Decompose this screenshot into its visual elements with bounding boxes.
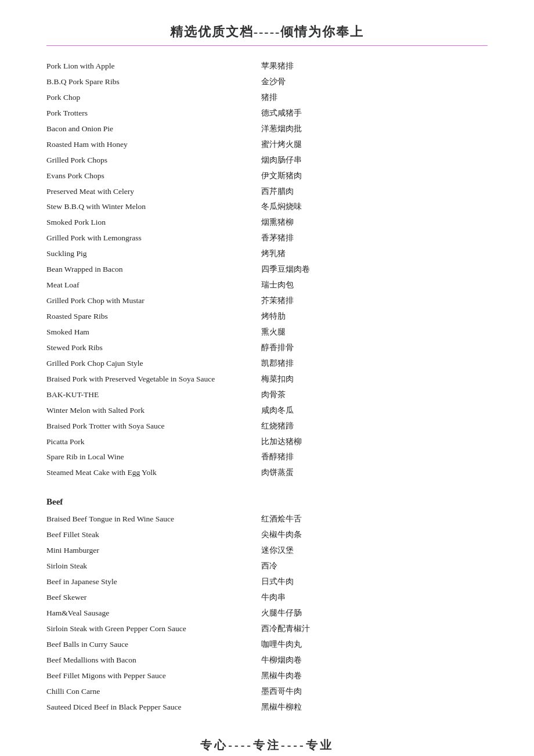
item-english: Roasted Spare Ribs xyxy=(46,310,255,323)
list-item: Smoked Pork Lion烟熏猪柳 xyxy=(46,216,488,229)
list-item: Beef in Japanese Style日式牛肉 xyxy=(46,575,488,589)
item-english: Beef Skewer xyxy=(46,591,255,604)
list-item: Beef Skewer牛肉串 xyxy=(46,591,488,604)
item-english: Beef Balls in Curry Sauce xyxy=(46,638,255,651)
item-english: Grilled Pork Chop with Mustar xyxy=(46,294,255,308)
item-english: B.B.Q Pork Spare Ribs xyxy=(46,75,255,89)
title-divider xyxy=(46,45,488,46)
item-english: Bean Wrapped in Bacon xyxy=(46,263,255,276)
item-english: Stew B.B.Q with Winter Melon xyxy=(46,200,255,214)
item-chinese: 日式牛肉 xyxy=(261,575,294,589)
item-english: Pork Trotters xyxy=(46,107,255,120)
list-item: Suckling Pig烤乳猪 xyxy=(46,247,488,261)
item-english: Chilli Con Carne xyxy=(46,685,255,699)
item-chinese: 德式咸猪手 xyxy=(261,107,302,120)
item-chinese: 黑椒牛肉卷 xyxy=(261,669,302,683)
item-english: Spare Rib in Local Wine xyxy=(46,451,255,464)
item-chinese: 墨西哥牛肉 xyxy=(261,685,302,699)
item-chinese: 香茅猪排 xyxy=(261,232,294,245)
item-chinese: 肉骨茶 xyxy=(261,388,286,402)
item-chinese: 芥茉猪排 xyxy=(261,294,294,308)
list-item: Grilled Pork Chop with Mustar芥茉猪排 xyxy=(46,294,488,308)
list-item: Grilled Pork Chops烟肉肠仔串 xyxy=(46,154,488,167)
list-item: Chilli Con Carne墨西哥牛肉 xyxy=(46,685,488,699)
item-chinese: 肉饼蒸蛋 xyxy=(261,466,294,480)
item-chinese: 香醇猪排 xyxy=(261,451,294,464)
list-item: Sirloin Steak with Green Pepper Corn Sau… xyxy=(46,622,488,636)
item-english: Evans Pork Chops xyxy=(46,170,255,183)
item-chinese: 西芹腊肉 xyxy=(261,185,294,199)
list-item: Braised Pork with Preserved Vegetable in… xyxy=(46,373,488,386)
item-chinese: 牛肉串 xyxy=(261,591,286,604)
item-english: Beef Medallions with Bacon xyxy=(46,654,255,667)
item-chinese: 红烧猪蹄 xyxy=(261,420,294,433)
item-chinese: 西冷 xyxy=(261,560,277,573)
item-english: Beef in Japanese Style xyxy=(46,575,255,589)
list-item: B.B.Q Pork Spare Ribs金沙骨 xyxy=(46,75,488,89)
item-chinese: 蜜汁烤火腿 xyxy=(261,138,302,152)
list-item: Stewed Pork Ribs醇香排骨 xyxy=(46,341,488,355)
list-item: Mini Hamburger迷你汉堡 xyxy=(46,544,488,557)
list-item: Stew B.B.Q with Winter Melon冬瓜焖烧味 xyxy=(46,200,488,214)
item-english: Winter Melon with Salted Pork xyxy=(46,404,255,417)
list-item: Ham&Veal Sausage火腿牛仔肠 xyxy=(46,607,488,620)
item-english: Beef Fillet Migons with Pepper Sauce xyxy=(46,669,255,683)
item-chinese: 冬瓜焖烧味 xyxy=(261,200,302,214)
list-item: Spare Rib in Local Wine香醇猪排 xyxy=(46,451,488,464)
item-english: Pork Lion with Apple xyxy=(46,60,255,73)
item-chinese: 金沙骨 xyxy=(261,75,286,89)
item-english: Braised Beef Tongue in Red Wine Sauce xyxy=(46,513,255,526)
pork-section: Pork Lion with Apple苹果猪排B.B.Q Pork Spare… xyxy=(46,60,488,480)
item-english: Sirloin Steak xyxy=(46,560,255,573)
item-english: Steamed Meat Cake with Egg Yolk xyxy=(46,466,255,480)
item-english: Braised Pork Trotter with Soya Sauce xyxy=(46,420,255,433)
list-item: Beef Balls in Curry Sauce咖哩牛肉丸 xyxy=(46,638,488,651)
item-english: Sirloin Steak with Green Pepper Corn Sau… xyxy=(46,622,255,636)
item-english: Pork Chop xyxy=(46,91,255,105)
list-item: Pork Chop猪排 xyxy=(46,91,488,105)
item-english: Picatta Pork xyxy=(46,435,255,449)
list-item: Preserved Meat with Celery西芹腊肉 xyxy=(46,185,488,199)
list-item: Smoked Ham熏火腿 xyxy=(46,326,488,339)
item-chinese: 咸肉冬瓜 xyxy=(261,404,294,417)
item-chinese: 洋葱烟肉批 xyxy=(261,123,302,136)
list-item: Picatta Pork比加达猪柳 xyxy=(46,435,488,449)
item-chinese: 火腿牛仔肠 xyxy=(261,607,302,620)
item-english: Grilled Pork with Lemongrass xyxy=(46,232,255,245)
list-item: Roasted Spare Ribs烤特肋 xyxy=(46,310,488,323)
item-chinese: 红酒烩牛舌 xyxy=(261,513,302,526)
item-chinese: 梅菜扣肉 xyxy=(261,373,294,386)
item-english: Stewed Pork Ribs xyxy=(46,341,255,355)
list-item: Braised Pork Trotter with Soya Sauce红烧猪蹄 xyxy=(46,420,488,433)
item-english: Ham&Veal Sausage xyxy=(46,607,255,620)
item-chinese: 熏火腿 xyxy=(261,326,286,339)
beef-section-title: Beef xyxy=(46,497,488,507)
list-item: Grilled Pork with Lemongrass香茅猪排 xyxy=(46,232,488,245)
list-item: Winter Melon with Salted Pork咸肉冬瓜 xyxy=(46,404,488,417)
list-item: Beef Fillet Migons with Pepper Sauce黑椒牛肉… xyxy=(46,669,488,683)
item-chinese: 黑椒牛柳粒 xyxy=(261,701,302,714)
list-item: Beef Fillet Steak尖椒牛肉条 xyxy=(46,528,488,542)
item-chinese: 牛柳烟肉卷 xyxy=(261,654,302,667)
item-english: Grilled Pork Chops xyxy=(46,154,255,167)
list-item: Sirloin Steak西冷 xyxy=(46,560,488,573)
list-item: Grilled Pork Chop Cajun Style凯郡猪排 xyxy=(46,357,488,370)
list-item: Bean Wrapped in Bacon四季豆烟肉卷 xyxy=(46,263,488,276)
beef-section: BeefBraised Beef Tongue in Red Wine Sauc… xyxy=(46,497,488,714)
item-chinese: 瑞士肉包 xyxy=(261,279,294,292)
item-english: Grilled Pork Chop Cajun Style xyxy=(46,357,255,370)
item-english: Suckling Pig xyxy=(46,247,255,261)
item-chinese: 凯郡猪排 xyxy=(261,357,294,370)
item-chinese: 比加达猪柳 xyxy=(261,435,302,449)
item-english: Meat Loaf xyxy=(46,279,255,292)
item-chinese: 伊文斯猪肉 xyxy=(261,170,302,183)
list-item: Beef Medallions with Bacon牛柳烟肉卷 xyxy=(46,654,488,667)
item-english: Mini Hamburger xyxy=(46,544,255,557)
item-chinese: 烟肉肠仔串 xyxy=(261,154,302,167)
item-chinese: 烤乳猪 xyxy=(261,247,286,261)
item-english: Braised Pork with Preserved Vegetable in… xyxy=(46,373,255,386)
item-chinese: 四季豆烟肉卷 xyxy=(261,263,310,276)
list-item: Bacon and Onion Pie洋葱烟肉批 xyxy=(46,123,488,136)
item-english: Roasted Ham with Honey xyxy=(46,138,255,152)
list-item: Evans Pork Chops伊文斯猪肉 xyxy=(46,170,488,183)
